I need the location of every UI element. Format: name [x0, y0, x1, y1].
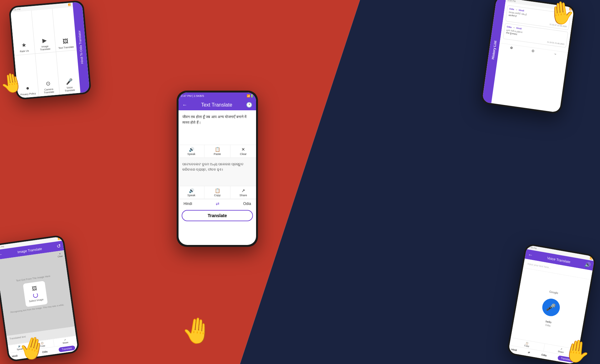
swap-icon-center[interactable]: ⇄ — [216, 201, 219, 206]
history-icon-center[interactable]: 🕐 — [246, 102, 252, 108]
speak-label-top: Speak — [187, 152, 195, 156]
paste-icon: 📋 — [215, 147, 220, 152]
voice-target-lang: Odia — [541, 353, 547, 357]
share-label: Share — [239, 194, 247, 197]
image-status-right: 📶 — [58, 237, 61, 240]
copy-label: Copy — [214, 194, 220, 197]
hand-top-left: 🤚 — [0, 70, 25, 96]
output-text: ପଟେବେଲେଟ ବୁମେ ଅନ୍ୟ ପଳେଜନା ପ୍ରସ୍ତୁତ କରିବା… — [182, 162, 244, 171]
back-icon-center[interactable]: ← — [182, 102, 187, 108]
clear-btn[interactable]: ✕ Clear — [230, 145, 256, 157]
history-title: History List — [491, 40, 497, 60]
menu-item-text[interactable]: 🖼 Text Translate — [53, 7, 77, 52]
clear-btn-overlay[interactable]: ✕ Clear — [57, 252, 63, 258]
hand-center: 🤚 — [180, 315, 214, 347]
copy-icon: 📋 — [215, 188, 220, 193]
history-target-lang-1: Hindi — [519, 9, 524, 12]
paste-btn[interactable]: 📋 Paste — [204, 145, 230, 157]
menu-item-voice[interactable]: 🎤 Voice Translate — [56, 50, 81, 95]
speak-btn-bottom[interactable]: 🔊 Speak — [179, 186, 204, 199]
hello-text: hello — [545, 320, 552, 324]
voice-status-left: 2:49 PM — [528, 246, 537, 250]
voice-content: Google 🎤 hello Odia — [511, 268, 591, 349]
text-translate-phone: 2:47 PM | 2.5KB/S 📶🔋 ← Text Translate 🕐 … — [177, 91, 258, 247]
clear-label: Clear — [240, 152, 247, 156]
translate-button[interactable]: Translate — [182, 210, 253, 221]
share-btn[interactable]: ↗ Share — [230, 186, 256, 199]
target-lang[interactable]: Odia — [243, 202, 251, 206]
history-nav-icon-1: ⚙ — [510, 46, 513, 50]
swap-icon-voice: ⇄ — [528, 351, 530, 354]
google-label: Google — [549, 290, 558, 295]
center-status-bar: 2:47 PM | 2.5KB/S 📶🔋 — [179, 92, 256, 99]
mic-button[interactable]: 🎤 — [541, 297, 561, 317]
menu-item-camera[interactable]: ⊙ Camera Translate — [35, 52, 60, 97]
center-status-time: 2:47 PM | 2.5KB/S — [181, 94, 204, 97]
menu-status-right: 📶 — [68, 4, 71, 7]
history-source-lang-2: Odia — [507, 25, 512, 28]
menu-item-camera-label: Camera Translate — [40, 87, 58, 94]
image-status-left: 2:45 PM — [0, 246, 4, 249]
source-lang[interactable]: Hindi — [184, 202, 192, 206]
copy-btn[interactable]: 📋 Copy — [204, 186, 230, 199]
center-app-header: ← Text Translate 🕐 — [179, 99, 256, 110]
menu-item-image[interactable]: ▶ Image Translate — [32, 9, 56, 53]
history-source-lang-1: Odia — [509, 7, 514, 10]
input-text: जीवन तब होता हूँ जब आप अन्य योजनाएँ बनान… — [182, 115, 246, 125]
speaker-icon-voice: 🔊 — [584, 262, 591, 268]
translate-input-area[interactable]: जीवन तब होता हूँ जब आप अन्य योजनाएँ बनान… — [179, 110, 256, 145]
history-status-left: 5:00 PM — [507, 0, 516, 3]
loading-spinner — [33, 292, 38, 298]
voice-target-lang-label: Odia — [545, 323, 551, 327]
share-icon-voice: ↗ — [560, 348, 562, 351]
paste-label: Paste — [214, 152, 221, 156]
menu-status-left: 5:02 PM — [12, 8, 21, 11]
center-header-title: Text Translate — [190, 102, 244, 108]
voice-source-lang: Hindi — [511, 348, 517, 352]
menu-item-text-label: Text Translate — [58, 45, 74, 49]
refresh-icon[interactable]: ↺ — [56, 243, 61, 249]
privacy-icon: ● — [26, 85, 30, 92]
copy-icon-voice: 📋 — [526, 342, 529, 345]
voice-icon: 🎤 — [65, 78, 73, 85]
hand-bottom-right: 🤚 — [562, 336, 593, 364]
speak-icon-top: 🔊 — [189, 147, 194, 152]
voice-status-right: 📶 — [590, 257, 593, 260]
clear-icon: ✕ — [241, 147, 245, 152]
action-buttons-bottom: 🔊 Speak 📋 Copy ↗ Share — [179, 186, 256, 199]
menu-item-rate-label: Rate Us — [20, 49, 29, 52]
camera-icon: ⊙ — [46, 80, 51, 87]
menu-item-rate[interactable]: ★ Rate Us — [11, 11, 35, 55]
menu-header-title: Hindi To Odia Translator — [77, 31, 83, 64]
speak-btn-top[interactable]: 🔊 Speak — [179, 145, 204, 157]
hand-top-right: 🤚 — [547, 0, 576, 27]
image-icon: 🖼 — [32, 286, 37, 292]
star-icon: ★ — [21, 41, 27, 48]
action-buttons-top: 🔊 Speak 📋 Paste ✕ Clear — [179, 145, 256, 158]
menu-item-privacy-label: Privacy Policy — [20, 92, 36, 96]
back-icon-voice[interactable]: ← — [527, 252, 533, 258]
history-target-lang-2: Hindi — [516, 27, 522, 30]
menu-item-voice-label: Voice Translate — [61, 86, 78, 93]
select-image-box[interactable]: 🖼 Select Image — [23, 281, 48, 307]
text-translate-screen: 2:47 PM | 2.5KB/S 📶🔋 ← Text Translate 🕐 … — [179, 92, 256, 245]
history-nav-icon-2: ◎ — [532, 49, 535, 53]
speak-icon-bottom: 🔊 — [189, 188, 194, 193]
translate-output-area: ପଟେବେଲେଟ ବୁମେ ଅନ୍ୟ ପଳେଜନା ପ୍ରସ୍ତୁତ କରିବା… — [179, 158, 256, 186]
center-status-icons: 📶🔋 — [247, 94, 254, 97]
select-image-label: Select Image — [29, 298, 44, 302]
image-translate-icon: ▶ — [42, 37, 47, 44]
share-icon: ↗ — [241, 188, 245, 193]
share-icon-image: ↗ — [64, 339, 66, 342]
speak-label-bottom: Speak — [187, 194, 195, 197]
text-got-label: Text Got From The Image Here — [16, 274, 51, 282]
menu-item-image-label: Image Translate — [37, 44, 54, 52]
text-translate-icon: 🖼 — [63, 38, 69, 45]
lang-switcher: Hindi ⇄ Odia — [179, 199, 256, 208]
history-nav-icon-3: → — [553, 52, 557, 56]
back-icon-image[interactable]: ← — [0, 251, 3, 257]
image-translate-btn[interactable]: Translate — [58, 345, 76, 352]
